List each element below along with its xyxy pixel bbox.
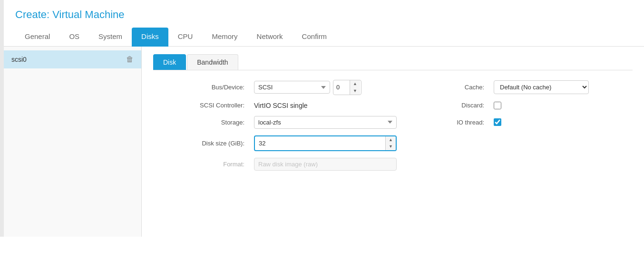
bus-select[interactable]: SCSI VirtIO Block IDE SATA bbox=[254, 81, 330, 94]
bus-device-input-row: SCSI VirtIO Block IDE SATA ▲ ▼ bbox=[254, 80, 397, 95]
tab-system[interactable]: System bbox=[89, 28, 132, 47]
disk-size-label: Disk size (GiB): bbox=[153, 140, 248, 147]
cache-select[interactable]: Default (No cache) No cache Write throug… bbox=[494, 80, 589, 94]
subtab-disk[interactable]: Disk bbox=[153, 54, 186, 70]
discard-checkbox[interactable] bbox=[494, 102, 501, 109]
storage-select[interactable]: local-zfs local bbox=[254, 116, 397, 129]
subtab-bandwidth[interactable]: Bandwidth bbox=[187, 54, 238, 70]
disk-size-input-cell: ▲ ▼ bbox=[254, 135, 397, 152]
cache-value-cell: Default (No cache) No cache Write throug… bbox=[494, 80, 633, 94]
tab-disks[interactable]: Disks bbox=[132, 28, 168, 47]
tab-os[interactable]: OS bbox=[59, 28, 89, 47]
page-title: Create: Virtual Machine bbox=[4, 0, 644, 28]
storage-label: Storage: bbox=[153, 119, 248, 126]
tab-confirm[interactable]: Confirm bbox=[293, 28, 337, 47]
cache-label: Cache: bbox=[402, 84, 488, 91]
tab-memory[interactable]: Memory bbox=[202, 28, 247, 47]
disk-size-down[interactable]: ▼ bbox=[386, 143, 396, 150]
disk-size-up[interactable]: ▲ bbox=[386, 136, 396, 144]
device-num-box: ▲ ▼ bbox=[333, 80, 361, 95]
device-num-input[interactable] bbox=[333, 81, 350, 93]
discard-label: Discard: bbox=[402, 102, 488, 109]
form-grid: Bus/Device: SCSI VirtIO Block IDE SATA bbox=[153, 80, 633, 171]
tab-network[interactable]: Network bbox=[247, 28, 293, 47]
io-thread-label: IO thread: bbox=[402, 119, 488, 126]
main-content: scsi0 🗑 Disk Bandwidth Bus/Device: bbox=[4, 47, 644, 237]
device-num-down[interactable]: ▼ bbox=[350, 87, 360, 95]
bus-device-label: Bus/Device: bbox=[153, 84, 248, 91]
page-wrapper: Create: Virtual Machine General OS Syste… bbox=[0, 0, 644, 269]
sidebar-item-scsi0[interactable]: scsi0 🗑 bbox=[4, 50, 141, 68]
tabs-bar: General OS System Disks CPU Memory Netwo… bbox=[4, 28, 644, 47]
disk-size-input[interactable] bbox=[255, 137, 385, 150]
tab-general[interactable]: General bbox=[15, 28, 59, 47]
delete-icon[interactable]: 🗑 bbox=[126, 55, 134, 64]
format-label: Format: bbox=[153, 161, 248, 168]
format-select-cell: Raw disk image (raw) QEMU image format (… bbox=[254, 158, 397, 171]
scsi-controller-value: VirtIO SCSI single bbox=[254, 102, 397, 109]
storage-select-cell: local-zfs local bbox=[254, 116, 397, 129]
scsi-controller-label: SCSI Controller: bbox=[153, 102, 248, 109]
detail-panel: Disk Bandwidth Bus/Device: SCSI VirtIO B… bbox=[142, 47, 644, 237]
io-thread-checkbox[interactable] bbox=[494, 118, 501, 126]
sidebar: scsi0 🗑 bbox=[4, 47, 142, 237]
device-num-up[interactable]: ▲ bbox=[350, 80, 360, 87]
discard-checkbox-cell bbox=[494, 102, 633, 109]
device-num-arrows: ▲ ▼ bbox=[350, 80, 360, 95]
tab-cpu[interactable]: CPU bbox=[168, 28, 203, 47]
disk-size-arrows: ▲ ▼ bbox=[385, 136, 396, 151]
subtabs-bar: Disk Bandwidth bbox=[153, 54, 633, 70]
disk-size-spinbox: ▲ ▼ bbox=[254, 135, 397, 152]
io-thread-checkbox-cell bbox=[494, 118, 633, 126]
left-edge bbox=[0, 0, 4, 237]
format-select[interactable]: Raw disk image (raw) QEMU image format (… bbox=[254, 158, 397, 171]
sidebar-item-label: scsi0 bbox=[11, 56, 27, 63]
